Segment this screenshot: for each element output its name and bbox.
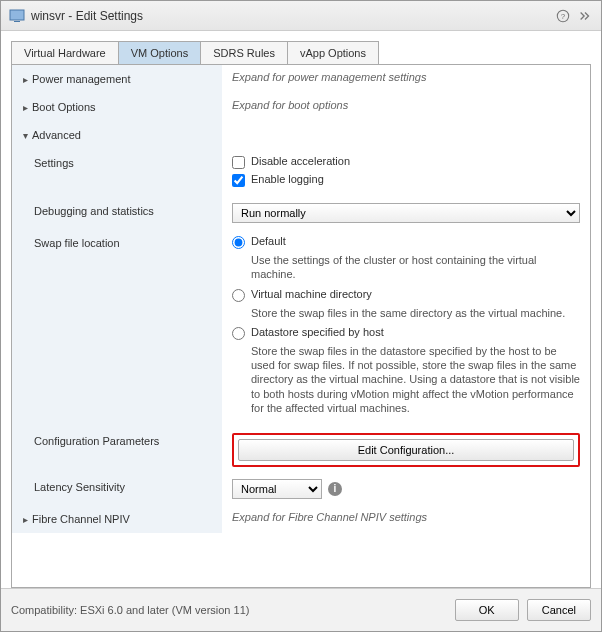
enable-logging-label: Enable logging: [251, 173, 324, 185]
advanced-label: Advanced: [32, 129, 81, 141]
row-latency-value: Normal i: [222, 473, 590, 505]
latency-select[interactable]: Normal: [232, 479, 322, 499]
boot-hint: Expand for boot options: [222, 93, 590, 121]
svg-rect-0: [10, 10, 24, 20]
cancel-button[interactable]: Cancel: [527, 599, 591, 621]
dialog-footer: Compatibility: ESXi 6.0 and later (VM ve…: [1, 588, 601, 631]
swap-default-radio[interactable]: [232, 236, 245, 249]
svg-rect-1: [14, 21, 20, 22]
info-icon[interactable]: i: [328, 482, 342, 496]
swap-vmdir-desc: Store the swap files in the same directo…: [251, 306, 580, 320]
dialog-content: Virtual Hardware VM Options SDRS Rules v…: [1, 31, 601, 588]
row-config-params-value: Edit Configuration...: [222, 427, 590, 473]
row-debug-label: Debugging and statistics: [12, 197, 222, 229]
disable-acceleration-label: Disable acceleration: [251, 155, 350, 167]
disable-acceleration-checkbox[interactable]: [232, 156, 245, 169]
vm-icon: [9, 8, 25, 24]
help-icon[interactable]: ?: [555, 8, 571, 24]
expand-arrow-icon: ▸: [20, 102, 30, 113]
swap-default-label: Default: [251, 235, 286, 247]
row-settings-label: Settings: [12, 149, 222, 197]
row-debug-value: Run normally: [222, 197, 590, 229]
swap-vmdir-label: Virtual machine directory: [251, 288, 372, 300]
tab-content: ▸Power management Expand for power manag…: [11, 64, 591, 588]
swap-datastore-label: Datastore specified by host: [251, 326, 384, 338]
row-settings-value: Disable acceleration Enable logging: [222, 149, 590, 197]
fc-npiv-label: Fibre Channel NPIV: [32, 513, 130, 525]
detach-icon[interactable]: [577, 8, 593, 24]
fc-npiv-hint: Expand for Fibre Channel NPIV settings: [222, 505, 590, 533]
expand-arrow-icon: ▸: [20, 514, 30, 525]
titlebar: winsvr - Edit Settings ?: [1, 1, 601, 31]
settings-table: ▸Power management Expand for power manag…: [12, 65, 590, 587]
debug-select[interactable]: Run normally: [232, 203, 580, 223]
row-swap-value: Default Use the settings of the cluster …: [222, 229, 590, 427]
svg-text:?: ?: [561, 12, 566, 21]
row-config-params-label: Configuration Parameters: [12, 427, 222, 473]
highlight-annotation: Edit Configuration...: [232, 433, 580, 467]
row-swap-label: Swap file location: [12, 229, 222, 427]
boot-label: Boot Options: [32, 101, 96, 113]
row-advanced[interactable]: ▾Advanced: [12, 121, 222, 149]
tab-bar: Virtual Hardware VM Options SDRS Rules v…: [11, 41, 591, 65]
tab-vm-options[interactable]: VM Options: [118, 41, 201, 65]
collapse-arrow-icon: ▾: [20, 130, 30, 141]
expand-arrow-icon: ▸: [20, 74, 30, 85]
swap-datastore-radio[interactable]: [232, 327, 245, 340]
window-title: winsvr - Edit Settings: [31, 9, 555, 23]
edit-settings-dialog: winsvr - Edit Settings ? Virtual Hardwar…: [0, 0, 602, 632]
enable-logging-checkbox[interactable]: [232, 174, 245, 187]
row-latency-label: Latency Sensitivity: [12, 473, 222, 505]
compatibility-text: Compatibility: ESXi 6.0 and later (VM ve…: [11, 604, 455, 616]
power-mgmt-hint: Expand for power management settings: [222, 65, 590, 93]
row-power-management[interactable]: ▸Power management: [12, 65, 222, 93]
swap-default-desc: Use the settings of the cluster or host …: [251, 253, 580, 282]
power-mgmt-label: Power management: [32, 73, 130, 85]
tab-sdrs-rules[interactable]: SDRS Rules: [200, 41, 288, 65]
ok-button[interactable]: OK: [455, 599, 519, 621]
row-boot-options[interactable]: ▸Boot Options: [12, 93, 222, 121]
edit-configuration-button[interactable]: Edit Configuration...: [238, 439, 574, 461]
tab-virtual-hardware[interactable]: Virtual Hardware: [11, 41, 119, 65]
swap-datastore-desc: Store the swap files in the datastore sp…: [251, 344, 580, 415]
tab-vapp-options[interactable]: vApp Options: [287, 41, 379, 65]
swap-vmdir-radio[interactable]: [232, 289, 245, 302]
row-fc-npiv[interactable]: ▸Fibre Channel NPIV: [12, 505, 222, 533]
